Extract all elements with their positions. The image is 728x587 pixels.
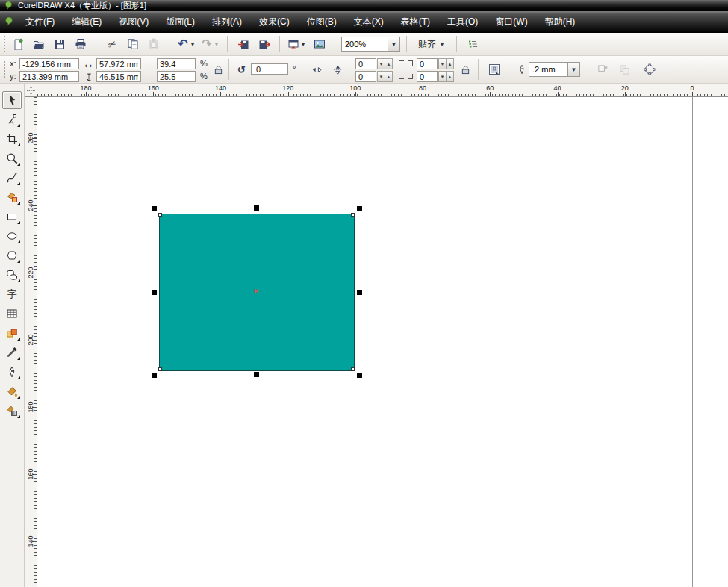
- selection-handle-top-center[interactable]: [254, 205, 259, 211]
- undo-button[interactable]: ↶▾: [175, 35, 197, 53]
- corner-lock-icon[interactable]: [459, 63, 472, 75]
- selection-handle-bottom-left[interactable]: [152, 373, 157, 378]
- table-tool[interactable]: [2, 305, 22, 323]
- scale-lock-icon[interactable]: [212, 63, 225, 75]
- polygon-tool[interactable]: [2, 246, 22, 264]
- print-button[interactable]: [71, 35, 90, 53]
- arrange-back-button[interactable]: [615, 60, 633, 78]
- object-height-input[interactable]: [96, 71, 141, 82]
- menu-item-8[interactable]: 文本(X): [347, 13, 391, 31]
- toolbar-grip[interactable]: [3, 35, 6, 53]
- ruler-origin-icon[interactable]: [26, 85, 36, 95]
- x-position-input[interactable]: [19, 58, 79, 69]
- menu-item-7[interactable]: 位图(B): [300, 13, 343, 31]
- smart-fill-tool[interactable]: [2, 188, 22, 206]
- outline-width-dropdown-button[interactable]: ▼: [567, 62, 580, 77]
- property-bar-grip[interactable]: [3, 60, 6, 78]
- menu-item-11[interactable]: 窗口(W): [488, 13, 534, 31]
- ruler-label: 140: [211, 84, 230, 92]
- basic-shapes-tool[interactable]: [2, 266, 22, 284]
- selection-handle-middle-right[interactable]: [357, 290, 362, 295]
- import-button[interactable]: [234, 35, 252, 53]
- toolbar-separator: [335, 36, 335, 52]
- copy-button[interactable]: [123, 35, 142, 53]
- selection-handle-top-left[interactable]: [152, 206, 157, 211]
- corner-radius-tl-input[interactable]: [355, 58, 376, 69]
- corner-radius-tr-input[interactable]: [417, 58, 438, 69]
- vertical-ruler[interactable]: 260240220200180160140: [25, 97, 37, 587]
- redo-icon: ↷: [201, 38, 213, 50]
- new-document-icon: [12, 38, 24, 50]
- open-button[interactable]: [29, 35, 48, 53]
- mirror-horizontal-button[interactable]: [308, 60, 326, 78]
- selection-handle-bottom-center[interactable]: [254, 372, 259, 377]
- rectangle-corner-node[interactable]: [351, 367, 355, 371]
- fill-tool[interactable]: [2, 382, 22, 400]
- outline-width-input[interactable]: [529, 62, 567, 77]
- options-button[interactable]: [463, 35, 482, 53]
- interactive-blend-tool[interactable]: [2, 324, 22, 342]
- menu-item-6[interactable]: 效果(C): [252, 13, 296, 31]
- blend-tool-icon: [6, 327, 18, 339]
- redo-button[interactable]: ↷▾: [199, 35, 221, 53]
- object-width-input[interactable]: [96, 58, 141, 69]
- export-button[interactable]: [255, 35, 273, 53]
- zoom-dropdown-button[interactable]: ▼: [388, 37, 400, 52]
- ruler-major-tick: [32, 138, 37, 139]
- corner-bracket-tl-icon: [399, 60, 404, 66]
- menu-item-9[interactable]: 表格(T): [394, 13, 437, 31]
- shape-tool[interactable]: [2, 111, 22, 128]
- zoom-level-input[interactable]: [341, 37, 388, 52]
- horizontal-ruler[interactable]: 180160140120100806040200: [25, 84, 728, 97]
- rotation-angle-input[interactable]: [251, 63, 288, 75]
- rectangle-corner-node[interactable]: [351, 213, 355, 217]
- text-tool[interactable]: 字: [2, 285, 22, 303]
- property-bar: x: y: ↔ % % ↺ °: [0, 56, 728, 84]
- scale-vertical-input[interactable]: [157, 71, 196, 82]
- spin-up-button[interactable]: ▲: [385, 58, 393, 69]
- rectangle-tool[interactable]: [2, 208, 22, 226]
- menu-item-10[interactable]: 工具(O): [441, 13, 485, 31]
- ellipse-tool[interactable]: [2, 227, 22, 245]
- menu-item-12[interactable]: 帮助(H): [538, 13, 582, 31]
- selection-handle-middle-left[interactable]: [152, 290, 157, 295]
- eyedropper-tool[interactable]: [2, 344, 22, 361]
- new-document-button[interactable]: [8, 35, 27, 53]
- freehand-tool[interactable]: [2, 169, 22, 187]
- save-button[interactable]: [50, 35, 69, 53]
- outline-pen-tool[interactable]: [2, 363, 22, 381]
- rectangle-corner-node[interactable]: [158, 367, 162, 371]
- app-launcher-button[interactable]: ▾: [286, 35, 308, 53]
- cut-button[interactable]: ✂: [102, 35, 121, 53]
- welcome-screen-button[interactable]: [310, 35, 329, 53]
- pick-tool[interactable]: [2, 91, 22, 109]
- snap-to-button[interactable]: 贴齐▾: [413, 36, 450, 52]
- spin-up-button[interactable]: ▲: [385, 71, 393, 82]
- wrap-paragraph-text-button[interactable]: [485, 60, 503, 78]
- paste-button[interactable]: [144, 35, 163, 53]
- mirror-vertical-button[interactable]: [329, 60, 346, 78]
- zoom-level-combo: ▼: [341, 37, 400, 52]
- rectangle-corner-node[interactable]: [158, 213, 162, 217]
- scale-horizontal-input[interactable]: [157, 58, 196, 69]
- spin-up-button[interactable]: ▲: [446, 71, 454, 82]
- corner-radius-bl-input[interactable]: [355, 71, 376, 82]
- selection-handle-bottom-right[interactable]: [357, 373, 362, 378]
- menu-item-4[interactable]: 版面(L): [159, 13, 202, 31]
- toolbar-separator: [227, 36, 228, 52]
- ellipse-tool-icon: [6, 230, 18, 242]
- y-position-input[interactable]: [19, 71, 79, 82]
- menu-item-3[interactable]: 视图(V): [112, 13, 155, 31]
- crop-tool[interactable]: [2, 130, 22, 148]
- menu-item-5[interactable]: 排列(A): [205, 13, 249, 31]
- zoom-tool[interactable]: [2, 149, 22, 167]
- corner-radius-br-input[interactable]: [417, 71, 438, 82]
- selection-handle-top-right[interactable]: [357, 206, 362, 211]
- spin-up-button[interactable]: ▲: [446, 58, 454, 69]
- arrange-front-button[interactable]: [594, 60, 612, 78]
- menu-item-2[interactable]: 编辑(E): [65, 13, 108, 31]
- convert-to-curves-button[interactable]: [641, 60, 659, 78]
- interactive-fill-tool[interactable]: [2, 402, 22, 420]
- toolbox: 字: [0, 84, 25, 587]
- menu-item-1[interactable]: 文件(F): [19, 13, 61, 31]
